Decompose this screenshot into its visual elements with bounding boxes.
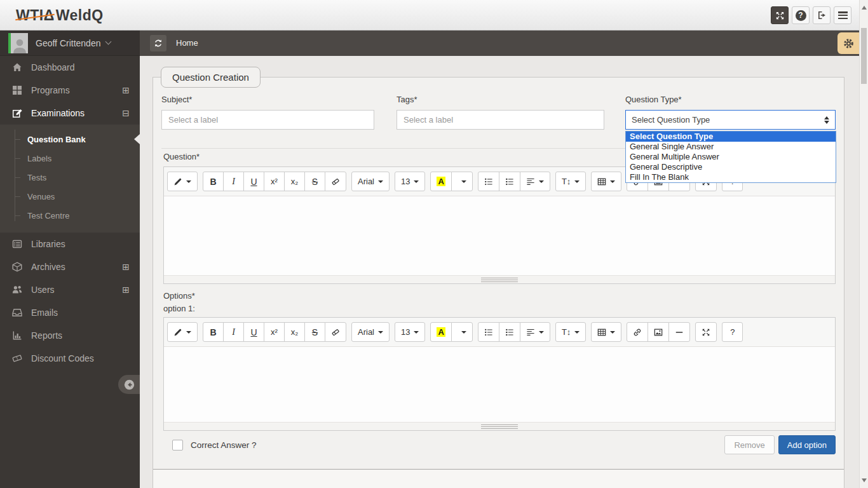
settings-gear-button[interactable] (837, 32, 859, 54)
edit-icon (12, 108, 28, 118)
caret-down-icon (461, 180, 466, 183)
color-picker-button[interactable] (451, 322, 473, 342)
sidebar-item-reports[interactable]: Reports (0, 324, 140, 347)
picture-button[interactable] (648, 322, 669, 342)
sidebar-item-labels[interactable]: Labels (0, 149, 140, 168)
caret-down-icon (378, 180, 383, 183)
refresh-button[interactable] (150, 35, 166, 51)
color-picker-button[interactable] (451, 172, 473, 191)
table-button[interactable] (591, 322, 621, 342)
ordered-list-button[interactable] (499, 172, 520, 191)
paragraph-align-button[interactable] (520, 322, 550, 342)
table-button[interactable] (591, 172, 621, 191)
link-icon (633, 328, 642, 337)
panel-title: Question Creation (161, 67, 261, 88)
help-button[interactable]: ? (722, 322, 743, 342)
font-family-button[interactable]: Arial (351, 172, 390, 191)
line-height-button[interactable]: T↕ (555, 322, 586, 342)
remove-option-button[interactable]: Remove (724, 435, 774, 454)
italic-button[interactable]: I (223, 172, 244, 191)
sidebar-collapse-button[interactable] (118, 375, 140, 394)
scroll-up-arrow[interactable] (862, 6, 867, 10)
link-button[interactable] (627, 322, 648, 342)
correct-answer-checkbox[interactable] (172, 440, 183, 451)
bold-button[interactable]: B (203, 172, 224, 191)
scroll-down-arrow[interactable] (862, 478, 867, 482)
question-editor-resize-handle[interactable] (164, 275, 835, 283)
font-size-button[interactable]: 13 (395, 172, 425, 191)
sidebar-item-discount-codes[interactable]: Discount Codes (0, 347, 140, 370)
question-type-option[interactable]: Fill In The Blank (626, 172, 836, 182)
correct-answer-label: Correct Answer ? (191, 440, 257, 450)
sidebar-item-libraries[interactable]: Libraries (0, 233, 140, 255)
italic-button[interactable]: I (223, 322, 244, 342)
font-size-button[interactable]: 13 (395, 322, 425, 342)
tags-label: Tags* (397, 95, 604, 104)
caret-down-icon (539, 180, 544, 183)
unordered-list-button[interactable] (478, 322, 499, 342)
strikethrough-button[interactable]: S (304, 322, 325, 342)
caret-down-icon (414, 331, 419, 334)
superscript-button[interactable]: x² (264, 322, 285, 342)
tags-field: Tags* (397, 95, 604, 130)
menu-button[interactable] (834, 6, 851, 24)
help-button[interactable] (792, 6, 810, 24)
line-height-button[interactable]: T↕ (555, 172, 586, 191)
clear-format-button[interactable] (325, 172, 346, 191)
add-option-button[interactable]: Add option (778, 435, 836, 454)
scrollbar-thumb[interactable] (861, 28, 867, 84)
help-icon (796, 10, 806, 21)
caret-down-icon (574, 331, 580, 334)
sign-out-button[interactable] (813, 6, 831, 24)
font-color-button[interactable]: A (430, 322, 451, 342)
caret-down-icon (378, 331, 383, 334)
style-button[interactable] (167, 172, 198, 191)
font-family-button[interactable]: Arial (351, 322, 390, 342)
sidebar-item-users[interactable]: Users⊞ (0, 278, 140, 301)
horizontal-rule-button[interactable] (668, 322, 690, 342)
collapse-square-icon: ⊟ (122, 108, 130, 118)
fullscreen-button[interactable] (695, 322, 717, 342)
menu-icon (838, 11, 848, 19)
question-type-select[interactable]: Select Question Type (625, 110, 836, 130)
sidebar-item-emails[interactable]: Emails (0, 301, 140, 324)
ordered-list-button[interactable] (499, 322, 520, 342)
page-scrollbar[interactable] (859, 0, 868, 488)
logo-weldq: WeldQ (56, 7, 104, 24)
sidebar-item-programs[interactable]: Programs⊞ (0, 79, 140, 102)
question-type-option[interactable]: Select Question Type (626, 132, 836, 142)
sidebar-item-question-bank[interactable]: Question Bank (0, 130, 140, 149)
question-type-option[interactable]: General Descriptive (626, 162, 836, 172)
option-editor-resize-handle[interactable] (164, 422, 835, 430)
bold-button[interactable]: B (203, 322, 224, 342)
unordered-list-button[interactable] (478, 172, 499, 191)
option-1-label: option 1: (163, 304, 195, 313)
subscript-button[interactable]: x₂ (284, 322, 305, 342)
question-type-option[interactable]: General Single Answer (626, 142, 836, 152)
sidebar-item-venues[interactable]: Venues (0, 187, 140, 206)
question-editor-textarea[interactable] (164, 196, 835, 275)
sidebar-item-dashboard[interactable]: Dashboard (0, 56, 140, 79)
subject-input[interactable] (161, 110, 374, 130)
strikethrough-button[interactable]: S (304, 172, 325, 191)
sidebar-item-tests[interactable]: Tests (0, 168, 140, 187)
clear-format-button[interactable] (325, 322, 346, 342)
caret-down-icon (610, 331, 615, 334)
option-editor: BIUx²x₂SArial13AT↕? (163, 317, 836, 431)
sidebar-item-archives[interactable]: Archives⊞ (0, 255, 140, 278)
user-menu[interactable]: Geoff Crittenden (0, 30, 140, 56)
underline-button[interactable]: U (243, 172, 264, 191)
style-button[interactable] (167, 322, 198, 342)
paragraph-align-button[interactable] (520, 172, 550, 191)
superscript-button[interactable]: x² (264, 172, 285, 191)
font-color-button[interactable]: A (430, 172, 451, 191)
tags-input[interactable] (397, 110, 604, 130)
subscript-button[interactable]: x₂ (284, 172, 305, 191)
underline-button[interactable]: U (243, 322, 264, 342)
option-editor-textarea[interactable] (164, 347, 835, 422)
sidebar-item-test-centre[interactable]: Test Centre (0, 206, 140, 225)
sidebar-item-examinations[interactable]: Examinations⊟ (0, 102, 140, 125)
question-type-option[interactable]: General Multiple Answer (626, 152, 836, 162)
fullscreen-button[interactable] (771, 6, 789, 24)
picture-icon (654, 328, 663, 337)
